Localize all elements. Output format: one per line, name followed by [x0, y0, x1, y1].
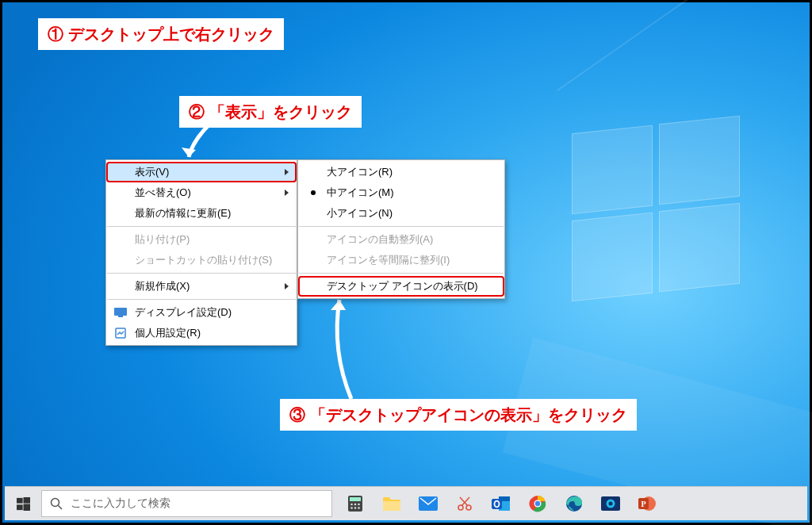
desktop[interactable]: ① デスクトップ上で右クリック ② 「表示」をクリック ③ 「デスクトップアイコ… — [0, 0, 812, 525]
menu-item-label: 新規作成(X) — [135, 280, 190, 292]
menu-item-new[interactable]: 新規作成(X) — [106, 276, 297, 297]
taskbar-app-calculator[interactable] — [337, 487, 373, 520]
taskbar-app-chrome[interactable] — [519, 487, 556, 520]
taskbar-app-camera[interactable] — [592, 487, 629, 520]
svg-rect-6 — [23, 497, 30, 504]
wallpaper-windows-logo — [572, 129, 762, 320]
annotation-step3: ③ 「デスクトップアイコンの表示」をクリック — [280, 399, 637, 431]
svg-marker-1 — [331, 300, 346, 310]
menu-item-paste-shortcut: ショートカットの貼り付け(S) — [106, 250, 297, 270]
taskbar-app-edge[interactable] — [556, 487, 592, 520]
svg-point-31 — [535, 501, 540, 506]
taskbar-app-powerpoint[interactable]: P — [629, 487, 665, 520]
menu-item-paste: 貼り付け(P) — [106, 229, 297, 250]
submenu-arrow-icon — [285, 190, 289, 196]
taskbar-app-outlook[interactable] — [483, 487, 519, 520]
taskbar-app-file-explorer[interactable] — [373, 487, 410, 520]
menu-item-sort[interactable]: 並べ替え(O) — [106, 182, 297, 203]
menu-item-label: 小アイコン(N) — [327, 207, 393, 219]
windows-logo-icon — [17, 497, 30, 511]
personalize-icon — [114, 327, 127, 339]
submenu-item-small-icons[interactable]: 小アイコン(N) — [298, 203, 504, 224]
camera-icon — [601, 496, 620, 511]
taskbar-pinned-apps: P — [337, 487, 665, 520]
svg-point-17 — [354, 507, 357, 509]
svg-rect-5 — [17, 497, 23, 503]
submenu-item-auto-arrange[interactable]: アイコンの自動整列(A) — [298, 229, 504, 250]
display-settings-icon — [114, 306, 127, 319]
menu-item-label: 個人用設定(R) — [135, 327, 201, 339]
svg-point-13 — [350, 504, 353, 506]
menu-item-label: ディスプレイ設定(D) — [135, 306, 232, 318]
annotation-step1: ① デスクトップ上で右クリック — [38, 18, 284, 50]
menu-item-display-settings[interactable]: ディスプレイ設定(D) — [106, 302, 297, 323]
svg-rect-12 — [350, 497, 361, 501]
svg-rect-7 — [17, 504, 23, 510]
svg-rect-2 — [114, 308, 127, 316]
menu-separator — [107, 273, 296, 274]
submenu-item-show-desktop-icons[interactable]: デスクトップ アイコンの表示(D) — [298, 276, 504, 297]
menu-item-label: 表示(V) — [135, 166, 169, 178]
submenu-item-medium-icons[interactable]: 中アイコン(M) — [298, 182, 504, 203]
submenu-arrow-icon — [285, 169, 289, 175]
svg-line-10 — [59, 506, 63, 510]
chrome-icon — [529, 495, 546, 512]
submenu-arrow-icon — [285, 283, 289, 289]
menu-separator — [107, 226, 296, 227]
mail-icon — [419, 496, 438, 511]
taskbar-app-snip[interactable] — [446, 487, 483, 520]
menu-item-label: ショートカットの貼り付け(S) — [135, 254, 272, 266]
svg-rect-19 — [383, 501, 400, 511]
svg-rect-8 — [23, 504, 30, 511]
menu-item-label: デスクトップ アイコンの表示(D) — [327, 280, 478, 292]
menu-item-view[interactable]: 表示(V) — [106, 162, 297, 182]
svg-point-18 — [358, 507, 360, 509]
svg-rect-3 — [118, 316, 123, 317]
calculator-icon — [347, 495, 364, 512]
annotation-step2: ② 「表示」をクリック — [179, 96, 362, 128]
radio-selected-icon — [311, 190, 316, 195]
svg-marker-0 — [182, 148, 196, 157]
outlook-icon — [492, 495, 511, 512]
taskbar-app-mail[interactable] — [410, 487, 446, 520]
powerpoint-icon: P — [638, 495, 656, 512]
svg-text:P: P — [641, 500, 645, 508]
menu-separator — [299, 226, 504, 227]
edge-icon — [565, 495, 583, 512]
menu-item-label: 最新の情報に更新(E) — [135, 207, 231, 219]
submenu-item-large-icons[interactable]: 大アイコン(R) — [298, 162, 504, 182]
menu-item-refresh[interactable]: 最新の情報に更新(E) — [106, 203, 297, 224]
svg-point-14 — [354, 504, 357, 506]
svg-point-35 — [609, 502, 613, 506]
taskbar-search-box[interactable]: ここに入力して検索 — [41, 490, 332, 517]
view-submenu: 大アイコン(R) 中アイコン(M) 小アイコン(N) アイコンの自動整列(A) … — [297, 159, 505, 299]
menu-item-label: 貼り付け(P) — [135, 233, 190, 245]
menu-item-label: 大アイコン(R) — [327, 166, 393, 178]
menu-item-label: アイコンの自動整列(A) — [327, 233, 433, 245]
search-icon — [50, 497, 63, 510]
light-ray — [557, 0, 812, 91]
snip-icon — [456, 495, 473, 512]
menu-item-label: 中アイコン(M) — [327, 186, 394, 198]
svg-point-9 — [52, 499, 59, 507]
search-placeholder-text: ここに入力して検索 — [71, 496, 170, 511]
desktop-context-menu: 表示(V) 並べ替え(O) 最新の情報に更新(E) 貼り付け(P) ショートカッ… — [105, 159, 297, 346]
svg-point-16 — [350, 507, 353, 509]
menu-separator — [299, 273, 504, 274]
start-button[interactable] — [5, 487, 41, 520]
taskbar: ここに入力して検索 — [5, 486, 807, 520]
menu-separator — [107, 299, 296, 300]
menu-item-label: アイコンを等間隔に整列(I) — [327, 254, 450, 266]
menu-item-personalize[interactable]: 個人用設定(R) — [106, 323, 297, 343]
svg-point-15 — [358, 504, 360, 506]
menu-item-label: 並べ替え(O) — [135, 186, 191, 198]
arrow-annotation-3 — [304, 288, 383, 407]
folder-icon — [382, 496, 401, 512]
submenu-item-align-grid[interactable]: アイコンを等間隔に整列(I) — [298, 250, 504, 270]
